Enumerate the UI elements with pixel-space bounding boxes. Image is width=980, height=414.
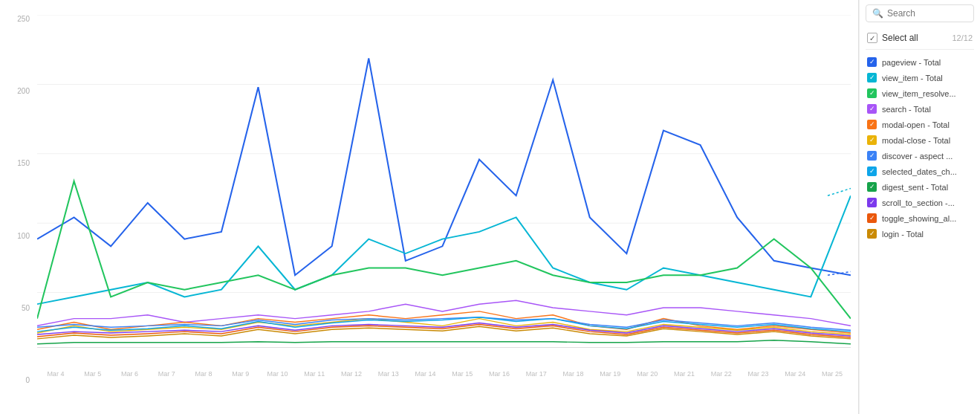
x-label: Mar 4: [37, 370, 74, 378]
legend-checkbox-digest-sent[interactable]: ✓: [867, 182, 877, 192]
legend-checkbox-pageview-total[interactable]: ✓: [867, 57, 877, 67]
x-label: Mar 20: [629, 370, 666, 378]
search-input[interactable]: [887, 8, 967, 19]
chart-container: 250 200 150 100 50 0: [0, 0, 858, 414]
y-label-0: 0: [25, 376, 30, 384]
legend-item-toggle-showing[interactable]: ✓toggle_showing_al...: [866, 210, 974, 226]
x-label: Mar 8: [185, 370, 222, 378]
legend-label-selected-dates: selected_dates_ch...: [882, 167, 957, 176]
x-label: Mar 15: [444, 370, 481, 378]
legend-item-digest-sent[interactable]: ✓digest_sent - Total: [866, 179, 974, 195]
x-label: Mar 17: [518, 370, 555, 378]
legend-checkbox-view-item-resolve[interactable]: ✓: [867, 88, 877, 98]
legend-checkbox-modal-open-total[interactable]: ✓: [867, 120, 877, 129]
svg-line-7: [828, 189, 851, 196]
x-label: Mar 24: [776, 370, 814, 378]
x-label: Mar 10: [259, 370, 296, 378]
x-label: Mar 19: [591, 370, 629, 378]
y-label-50: 50: [22, 304, 30, 312]
line-view-item: [37, 195, 851, 304]
x-label: Mar 25: [814, 370, 851, 378]
legend-item-discover-aspect[interactable]: ✓discover - aspect ...: [866, 148, 974, 164]
legend-label-modal-open-total: modal-open - Total: [882, 120, 950, 129]
x-label: Mar 22: [703, 370, 740, 378]
legend-checkbox-search-total[interactable]: ✓: [867, 104, 877, 114]
legend-label-scroll-to-section: scroll_to_section -...: [882, 198, 955, 207]
main-chart-area: 250 200 150 100 50 0: [0, 0, 859, 414]
y-label-250: 250: [17, 15, 30, 23]
legend-checkbox-login-total[interactable]: ✓: [867, 229, 877, 239]
chart-svg: [37, 15, 851, 362]
x-label: Mar 18: [555, 370, 592, 378]
x-axis: Mar 4 Mar 5 Mar 6 Mar 7 Mar 8 Mar 9 Mar …: [37, 366, 851, 378]
legend-label-login-total: login - Total: [882, 230, 924, 239]
legend-checkbox-scroll-to-section[interactable]: ✓: [867, 198, 877, 207]
legend-label-toggle-showing: toggle_showing_al...: [882, 214, 956, 223]
select-all-row[interactable]: ✓ Select all 12/12: [866, 30, 974, 50]
search-icon: 🔍: [872, 8, 883, 19]
x-label: Mar 23: [740, 370, 777, 378]
legend-item-view-item-resolve[interactable]: ✓view_item_resolve...: [866, 85, 974, 101]
select-all-label: Select all: [882, 33, 918, 43]
legend-label-view-item-resolve: view_item_resolve...: [882, 89, 956, 98]
legend-checkbox-selected-dates[interactable]: ✓: [867, 166, 877, 176]
legend-list: ✓pageview - Total✓view_item - Total✓view…: [866, 54, 974, 242]
legend-checkbox-modal-close-total[interactable]: ✓: [867, 135, 877, 145]
line-digest-sent: [37, 340, 851, 344]
legend-label-pageview-total: pageview - Total: [882, 58, 941, 67]
x-label: Mar 12: [333, 370, 370, 378]
legend-checkbox-toggle-showing[interactable]: ✓: [867, 213, 877, 223]
y-label-200: 200: [17, 87, 30, 95]
y-label-150: 150: [17, 159, 30, 167]
x-label: Mar 7: [148, 370, 185, 378]
legend-item-scroll-to-section[interactable]: ✓scroll_to_section -...: [866, 195, 974, 210]
x-label: Mar 13: [370, 370, 407, 378]
legend-label-search-total: search - Total: [882, 105, 931, 114]
x-label: Mar 6: [111, 370, 149, 378]
legend-item-modal-open-total[interactable]: ✓modal-open - Total: [866, 117, 974, 132]
line-search-total: [37, 300, 851, 326]
legend-checkbox-view-item-total[interactable]: ✓: [867, 73, 877, 83]
select-all-left: ✓ Select all: [867, 33, 918, 43]
line-pageview-total: [37, 58, 851, 275]
legend-item-login-total[interactable]: ✓login - Total: [866, 226, 974, 242]
legend-item-pageview-total[interactable]: ✓pageview - Total: [866, 54, 974, 70]
x-label: Mar 11: [296, 370, 333, 378]
select-count: 12/12: [952, 33, 973, 42]
legend-label-modal-close-total: modal-close - Total: [882, 136, 950, 145]
legend-label-discover-aspect: discover - aspect ...: [882, 152, 953, 161]
legend-label-view-item-total: view_item - Total: [882, 74, 943, 83]
y-axis: 250 200 150 100 50 0: [0, 15, 33, 384]
select-all-checkbox[interactable]: ✓: [867, 33, 877, 43]
x-label: Mar 21: [666, 370, 703, 378]
x-label: Mar 5: [74, 370, 111, 378]
search-box[interactable]: 🔍: [866, 4, 974, 22]
legend-item-selected-dates[interactable]: ✓selected_dates_ch...: [866, 164, 974, 179]
x-label: Mar 14: [407, 370, 444, 378]
legend-checkbox-discover-aspect[interactable]: ✓: [867, 151, 877, 161]
legend-item-search-total[interactable]: ✓search - Total: [866, 101, 974, 117]
x-label: Mar 9: [222, 370, 259, 378]
legend-label-digest-sent: digest_sent - Total: [882, 183, 948, 192]
sidebar: 🔍 ✓ Select all 12/12 ✓pageview - Total✓v…: [859, 0, 980, 414]
legend-item-view-item-total[interactable]: ✓view_item - Total: [866, 70, 974, 85]
legend-item-modal-close-total[interactable]: ✓modal-close - Total: [866, 132, 974, 148]
y-label-100: 100: [17, 232, 30, 240]
x-label: Mar 16: [481, 370, 518, 378]
